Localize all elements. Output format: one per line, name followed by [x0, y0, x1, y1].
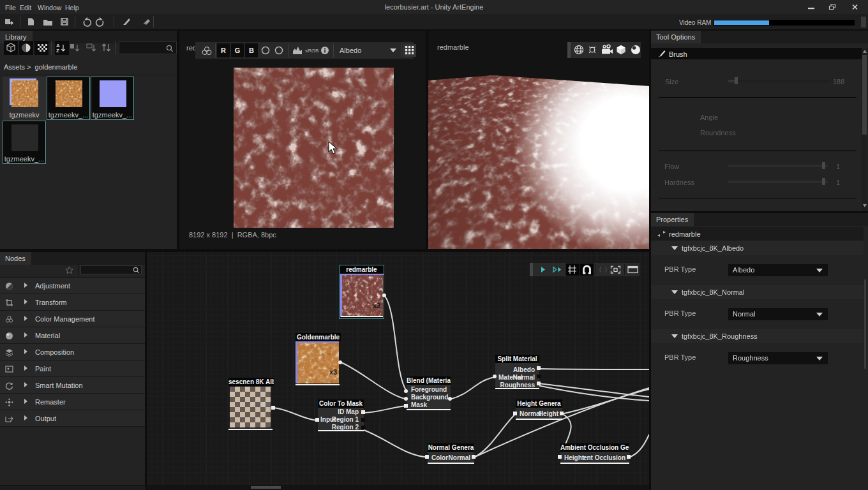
- svg-text:Z: Z: [56, 48, 59, 54]
